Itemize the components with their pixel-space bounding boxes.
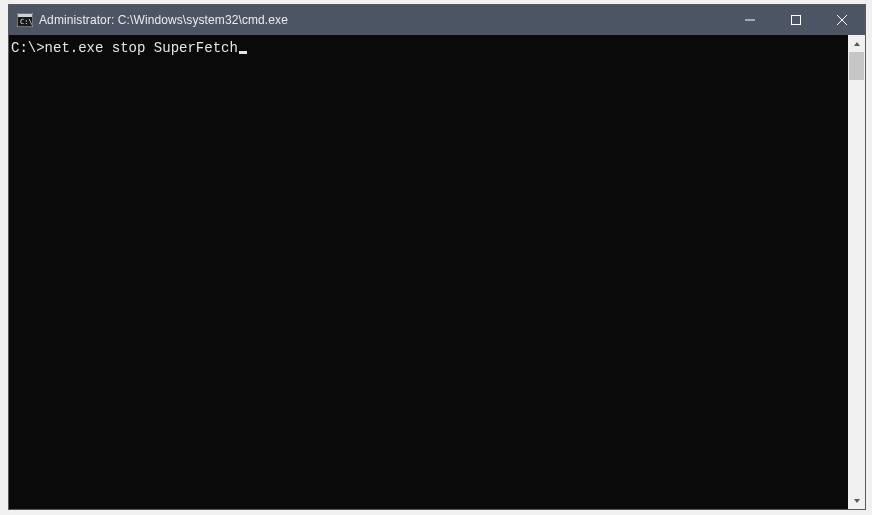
cmd-window: C:\ Administrator: C:\Windows\system32\c… xyxy=(8,4,866,510)
scroll-thumb[interactable] xyxy=(849,52,864,80)
scroll-track[interactable] xyxy=(848,52,865,492)
cursor xyxy=(239,51,247,54)
svg-marker-8 xyxy=(854,499,860,503)
cmd-icon: C:\ xyxy=(17,13,33,27)
svg-rect-4 xyxy=(792,16,801,25)
svg-rect-1 xyxy=(18,14,32,17)
scroll-down-button[interactable] xyxy=(848,492,865,509)
window-controls xyxy=(727,5,865,35)
svg-marker-7 xyxy=(854,42,860,46)
client-area: C:\>net.exe stop SuperFetch xyxy=(9,35,865,509)
terminal-output[interactable]: C:\>net.exe stop SuperFetch xyxy=(9,35,848,509)
titlebar[interactable]: C:\ Administrator: C:\Windows\system32\c… xyxy=(9,5,865,35)
window-title: Administrator: C:\Windows\system32\cmd.e… xyxy=(39,13,288,27)
command-text: net.exe stop SuperFetch xyxy=(45,40,238,56)
vertical-scrollbar[interactable] xyxy=(848,35,865,509)
scroll-up-button[interactable] xyxy=(848,35,865,52)
close-button[interactable] xyxy=(819,5,865,35)
prompt-text: C:\> xyxy=(11,40,45,56)
minimize-button[interactable] xyxy=(727,5,773,35)
svg-text:C:\: C:\ xyxy=(20,18,33,26)
maximize-button[interactable] xyxy=(773,5,819,35)
